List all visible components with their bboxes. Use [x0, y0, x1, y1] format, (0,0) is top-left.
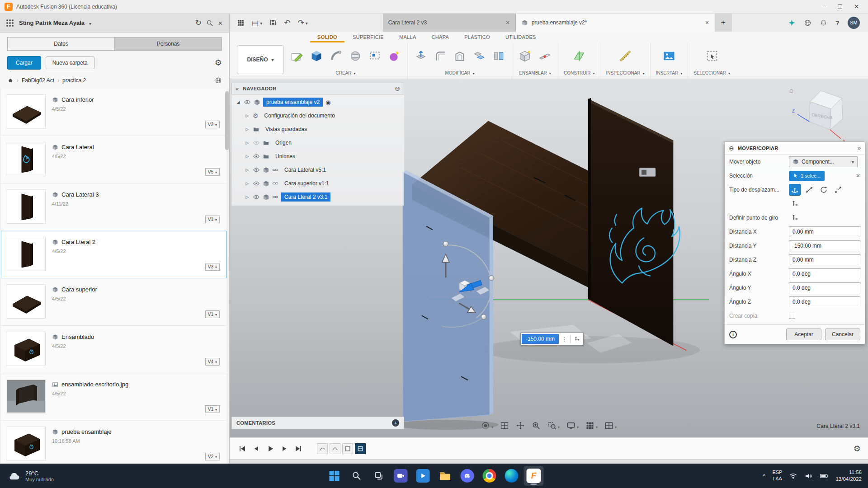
move-object-dropdown[interactable]: Component...: [789, 156, 858, 167]
tree-node[interactable]: Origen: [232, 136, 404, 150]
job-status-icon[interactable]: [804, 19, 811, 27]
web-link-icon[interactable]: [215, 77, 222, 84]
timeline-settings-gear-icon[interactable]: [854, 444, 861, 454]
set-pivot-icon[interactable]: [789, 212, 801, 224]
revolve-icon[interactable]: [348, 48, 363, 64]
viewcube[interactable]: ⌂ DERECHA Z X: [786, 84, 858, 147]
tree-node[interactable]: Uniones: [232, 150, 404, 163]
fillet-icon[interactable]: [433, 48, 448, 64]
zoom-window-chevron-icon[interactable]: [558, 422, 560, 430]
dialog-info-icon[interactable]: [729, 331, 737, 338]
dialog-collapse-icon[interactable]: [729, 145, 734, 152]
language-indicator[interactable]: ESP LAA: [772, 469, 782, 482]
save-icon[interactable]: [269, 19, 277, 26]
chrome-icon[interactable]: [480, 466, 500, 486]
dimension-input-box[interactable]: -150.00 mm: [520, 333, 584, 345]
search-icon[interactable]: [206, 19, 213, 27]
breadcrumb-current[interactable]: practica 2: [62, 77, 86, 84]
distance-x-input[interactable]: 0.00 mm: [789, 226, 860, 237]
tab-datos[interactable]: Datos: [8, 38, 114, 50]
volume-icon[interactable]: [804, 472, 813, 480]
pan-tool[interactable]: [516, 421, 525, 430]
sweep-icon[interactable]: [328, 48, 344, 64]
move-type-rotate-icon[interactable]: [818, 184, 830, 196]
tree-node[interactable]: Cara Lateral v5:1: [232, 163, 404, 177]
pattern-box-icon[interactable]: [367, 48, 382, 64]
rotate-sphere-handle[interactable]: [489, 276, 494, 281]
combine-icon[interactable]: [472, 48, 487, 64]
home-icon[interactable]: [7, 77, 14, 84]
angle-z-input[interactable]: 0.0 deg: [789, 296, 860, 307]
tree-root-label[interactable]: prueba ensamblaje v2: [263, 98, 323, 107]
visibility-eye-icon[interactable]: [253, 166, 260, 174]
expander-icon[interactable]: [245, 195, 250, 199]
move-type-along-line-icon[interactable]: [803, 184, 815, 196]
file-menu-chevron-icon[interactable]: [260, 19, 262, 27]
version-badge[interactable]: V2: [205, 121, 220, 128]
version-badge[interactable]: V5: [205, 168, 220, 176]
document-tab[interactable]: Cara Lteral 2 v3: [383, 14, 516, 32]
minimize-button[interactable]: [823, 4, 826, 9]
notifications-bell-icon[interactable]: [820, 19, 827, 27]
close-tab-icon[interactable]: [505, 19, 509, 26]
close-window-button[interactable]: [854, 4, 859, 9]
select-tool-icon[interactable]: [704, 48, 720, 64]
grid-chevron-icon[interactable]: [596, 422, 598, 430]
list-item[interactable]: Cara Lateral 3 4/11/22 V1: [1, 183, 226, 231]
viewport[interactable]: NAVEGADOR prueba ensamblaje v2: [230, 79, 868, 437]
insert-canvas-icon[interactable]: [661, 48, 677, 64]
orbit-tool[interactable]: [481, 421, 493, 430]
measure-icon[interactable]: [618, 48, 633, 64]
dimension-value[interactable]: -150.00 mm: [522, 334, 559, 344]
viewports-tool[interactable]: [604, 421, 617, 430]
new-folder-button[interactable]: Nueva carpeta: [46, 56, 94, 69]
avatar[interactable]: SM: [848, 17, 860, 29]
collapse-browser-icon[interactable]: [236, 85, 239, 92]
group-label-construir[interactable]: CONSTRUIR: [564, 69, 594, 79]
file-menu-icon[interactable]: [252, 19, 259, 27]
workspace-selector[interactable]: DISEÑO: [237, 45, 284, 74]
angle-y-input[interactable]: 0.0 deg: [789, 282, 860, 293]
ribbon-tab-chapa[interactable]: CHAPA: [425, 33, 457, 42]
group-label-modificar[interactable]: MODIFICAR: [445, 69, 474, 79]
version-badge[interactable]: V2: [205, 453, 220, 460]
list-item[interactable]: ensamblado escritorio.jpg 4/5/22 V1: [1, 373, 226, 421]
visibility-eye-icon[interactable]: [253, 180, 260, 187]
play-button[interactable]: [265, 443, 276, 454]
create-sketch-icon[interactable]: [289, 48, 305, 64]
activate-component-icon[interactable]: [326, 99, 330, 106]
hidden-icons-chevron[interactable]: [763, 473, 765, 479]
orbit-chevron-icon[interactable]: [491, 422, 493, 430]
group-label-crear[interactable]: CREAR: [335, 69, 355, 79]
create-form-icon[interactable]: [387, 48, 402, 64]
zoom-window-tool[interactable]: [547, 421, 560, 430]
close-tab-icon[interactable]: [705, 19, 709, 26]
rotate-sphere-handle[interactable]: [443, 241, 448, 246]
fusion-taskbar-icon[interactable]: [524, 466, 544, 486]
timeline-feature-3[interactable]: [342, 443, 353, 454]
version-badge[interactable]: V4: [205, 358, 220, 366]
list-scrollbar[interactable]: [225, 91, 229, 150]
move-type-point-to-position-icon[interactable]: [789, 198, 801, 210]
file-explorer-icon[interactable]: [435, 466, 455, 486]
help-icon[interactable]: [835, 19, 840, 27]
maximize-button[interactable]: [838, 5, 842, 9]
expander-icon[interactable]: [245, 168, 250, 172]
press-pull-icon[interactable]: [413, 48, 429, 64]
expander-icon[interactable]: [245, 127, 250, 131]
create-copy-checkbox[interactable]: [789, 313, 795, 319]
hub-name[interactable]: Sting Patrik Meza Ayala: [19, 19, 85, 26]
discord-icon[interactable]: [458, 466, 477, 486]
new-tab-button[interactable]: +: [715, 14, 732, 32]
minimize-browser-icon[interactable]: [395, 85, 400, 92]
skip-to-end-button[interactable]: [293, 443, 304, 454]
display-chevron-icon[interactable]: [577, 422, 579, 430]
selection-chip[interactable]: 1 selec...: [789, 171, 825, 181]
breadcrumb-folder[interactable]: FabDig02 Act: [22, 77, 54, 84]
viewcube-home-icon[interactable]: ⌂: [789, 86, 793, 94]
comments-bar[interactable]: COMENTARIOS: [231, 417, 404, 429]
close-panel-icon[interactable]: [218, 19, 223, 27]
tree-node[interactable]: Cara superior v1:1: [232, 177, 404, 190]
list-item[interactable]: Cara inferior 4/5/22 V2: [1, 89, 226, 136]
tree-root-row[interactable]: prueba ensamblaje v2: [232, 95, 404, 109]
